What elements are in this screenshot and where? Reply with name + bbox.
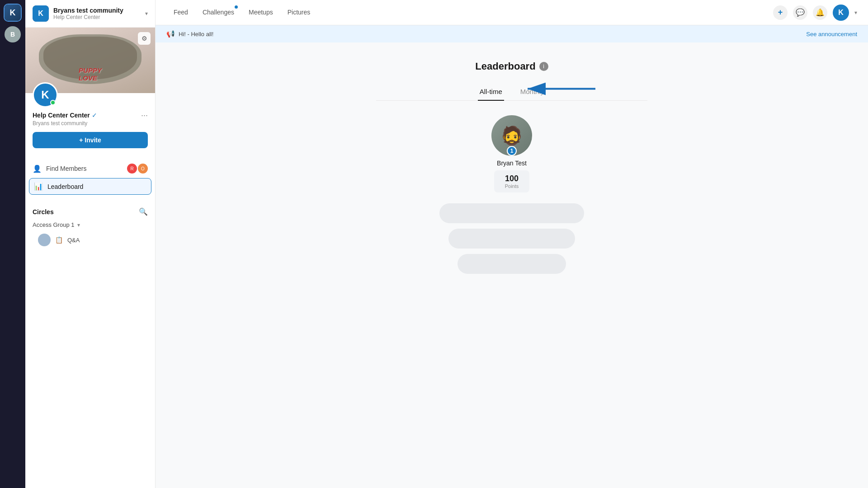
loading-bar-1: [439, 203, 584, 223]
megaphone-icon: 📢: [166, 30, 175, 38]
leader-points-box: 100 Points: [494, 170, 530, 192]
main-content: Leaderboard i All-time Monthly: [156, 42, 868, 488]
leaderboard-container: Leaderboard i All-time Monthly: [376, 61, 647, 274]
invite-button[interactable]: + Invite: [33, 132, 148, 148]
feed-label: Feed: [174, 9, 188, 16]
circle-qa-doc-icon: 📋: [55, 236, 63, 244]
leader-avatar-container: 🧔 1: [491, 115, 532, 156]
sidebar-nav: 👤 Find Members R O 📊 Leaderboard: [25, 154, 155, 200]
leader-points-label: Points: [505, 183, 519, 189]
community-name-with-badge: Help Center Center ✓: [33, 112, 97, 119]
user-avatar-button[interactable]: K: [833, 5, 849, 21]
leader-points-number: 100: [505, 174, 519, 183]
sidebar-item-leaderboard[interactable]: 📊 Leaderboard: [29, 178, 151, 195]
sidebar-header[interactable]: K Bryans test community Help Center Cent…: [25, 0, 155, 28]
member-avatars: R O: [127, 164, 148, 174]
find-members-icon: 👤: [33, 164, 42, 173]
nav-item-feed[interactable]: Feed: [166, 0, 195, 25]
leaderboard-info-icon[interactable]: i: [539, 62, 548, 71]
nav-item-pictures[interactable]: Pictures: [280, 0, 318, 25]
circles-title: Circles: [33, 208, 54, 216]
leaderboard-label: Leaderboard: [47, 183, 83, 190]
add-button[interactable]: +: [773, 5, 788, 20]
monthly-arrow-icon: [525, 80, 598, 98]
loading-bar-3: [458, 254, 566, 274]
loading-placeholders: [376, 203, 647, 274]
community-tagline: Bryans test community: [33, 120, 148, 127]
banner-settings-icon[interactable]: ⚙: [138, 32, 151, 45]
circle-qa-avatar: [38, 234, 51, 246]
loading-bar-2: [448, 229, 575, 249]
sidebar: K Bryans test community Help Center Cent…: [25, 0, 156, 488]
meetups-label: Meetups: [249, 9, 273, 16]
leaderboard-icon: 📊: [34, 182, 43, 191]
member-avatar-2: O: [138, 164, 148, 174]
find-members-label: Find Members: [46, 165, 86, 172]
member-avatar-1: R: [127, 164, 137, 174]
see-announcement-link[interactable]: See announcement: [806, 31, 857, 38]
announcement-text: Hi! - Hello all!: [179, 31, 213, 38]
access-group-chevron-icon: ▾: [77, 222, 80, 228]
sidebar-community-title: Bryans test community: [53, 7, 141, 14]
arrow-indicator: [525, 80, 598, 100]
community-info: K Help Center Center ✓ ··· Bryans test c…: [25, 93, 155, 154]
sidebar-community-subtitle: Help Center Center: [53, 14, 141, 20]
online-indicator: [50, 100, 56, 105]
verified-icon: ✓: [92, 112, 97, 119]
circles-search-icon[interactable]: 🔍: [139, 207, 148, 216]
chat-button[interactable]: 💬: [793, 5, 807, 20]
top-nav: Feed Challenges Meetups Pictures + 💬 🔔 K…: [156, 0, 868, 25]
leaderboard-title-row: Leaderboard i: [376, 61, 647, 72]
circles-section: Circles 🔍 Access Group 1 ▾ 📋 Q&A: [25, 202, 155, 255]
challenges-notif-dot: [235, 5, 238, 9]
leaderboard-tabs-row: All-time Monthly: [376, 83, 647, 101]
community-logo: K: [33, 82, 58, 108]
access-group-label: Access Group 1: [33, 221, 75, 228]
nav-item-challenges[interactable]: Challenges: [195, 0, 241, 25]
nav-item-meetups[interactable]: Meetups: [241, 0, 280, 25]
leaderboard-entries: 🧔 1 Bryan Test 100 Points: [376, 115, 647, 192]
help-center-name: Help Center Center: [33, 112, 90, 119]
icon-bar: K B: [0, 0, 25, 488]
icon-bar-community-1[interactable]: K: [4, 4, 22, 22]
notifications-button[interactable]: 🔔: [813, 5, 827, 20]
top-nav-actions: + 💬 🔔 K ▾: [773, 5, 857, 21]
leaderboard-title: Leaderboard: [475, 61, 535, 72]
challenges-label: Challenges: [203, 9, 234, 16]
leader-rank-badge: 1: [507, 146, 517, 156]
circle-qa-label: Q&A: [67, 237, 80, 244]
sidebar-item-find-members[interactable]: 👤 Find Members R O: [25, 159, 155, 178]
community-name-row: Help Center Center ✓ ···: [33, 111, 148, 119]
access-group[interactable]: Access Group 1 ▾: [33, 220, 148, 230]
icon-bar-community-2[interactable]: B: [4, 25, 22, 43]
sidebar-chevron-icon[interactable]: ▾: [145, 10, 148, 17]
sidebar-header-text: Bryans test community Help Center Center: [53, 7, 141, 20]
tab-all-time[interactable]: All-time: [478, 83, 504, 101]
leader-name: Bryan Test: [497, 160, 527, 167]
announcement-bar: 📢 Hi! - Hello all! See announcement: [156, 25, 868, 42]
circles-header: Circles 🔍: [33, 207, 148, 216]
pictures-label: Pictures: [288, 9, 311, 16]
community-more-button[interactable]: ···: [141, 111, 148, 119]
user-menu-chevron-icon[interactable]: ▾: [854, 9, 857, 16]
leader-entry-1: 🧔 1 Bryan Test 100 Points: [491, 115, 532, 192]
circle-item-qa[interactable]: 📋 Q&A: [33, 230, 148, 250]
main-area: Feed Challenges Meetups Pictures + 💬 🔔 K…: [156, 0, 868, 488]
sidebar-logo: K: [33, 5, 49, 22]
